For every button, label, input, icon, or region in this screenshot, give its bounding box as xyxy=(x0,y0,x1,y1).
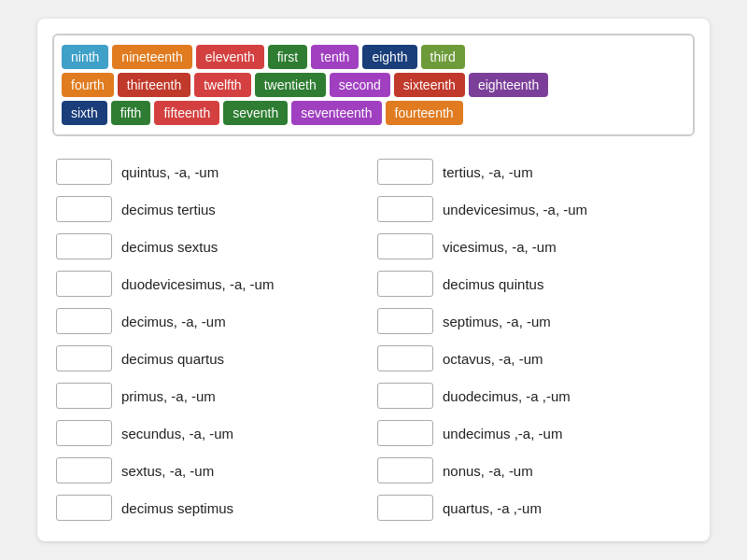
answer-box[interactable] xyxy=(56,383,112,409)
left-match-item: decimus sextus xyxy=(52,228,374,265)
latin-term: octavus, -a, -um xyxy=(443,351,543,367)
left-match-item: decimus septimus xyxy=(52,489,374,526)
right-match-item: vicesimus, -a, -um xyxy=(374,228,695,265)
latin-term: decimus septimus xyxy=(121,500,233,516)
tag-first[interactable]: first xyxy=(268,45,308,69)
left-match-item: decimus, -a, -um xyxy=(52,302,374,340)
tags-row-3: sixthfifthfifteenthseventhseventeenthfou… xyxy=(62,101,685,125)
tag-sixteenth[interactable]: sixteenth xyxy=(394,73,465,97)
left-match-item: quintus, -a, -um xyxy=(52,153,374,190)
answer-box[interactable] xyxy=(377,420,433,446)
tag-ninth[interactable]: ninth xyxy=(62,45,108,69)
latin-term: decimus, -a, -um xyxy=(121,314,226,329)
tag-sixth[interactable]: sixth xyxy=(62,101,107,125)
right-match-item: undecimus ,-a, -um xyxy=(374,414,695,452)
right-match-item: tertius, -a, -um xyxy=(374,153,695,190)
right-match-item: nonus, -a, -um xyxy=(374,452,695,489)
tag-fourteenth[interactable]: fourteenth xyxy=(386,101,463,125)
tag-fourth[interactable]: fourth xyxy=(62,73,114,97)
right-match-item: septimus, -a, -um xyxy=(374,302,695,340)
answer-box[interactable] xyxy=(377,233,433,259)
answer-box[interactable] xyxy=(56,159,112,185)
latin-term: quartus, -a ,-um xyxy=(443,500,542,516)
tags-area: ninthnineteentheleventhfirsttentheightht… xyxy=(52,34,695,136)
answer-box[interactable] xyxy=(56,345,112,371)
tag-eighth[interactable]: eighth xyxy=(362,45,416,69)
answer-box[interactable] xyxy=(377,159,433,185)
latin-term: decimus quintus xyxy=(443,276,543,292)
latin-term: sextus, -a, -um xyxy=(121,463,214,479)
latin-term: duodevicesimus, -a, -um xyxy=(121,276,274,292)
tag-second[interactable]: second xyxy=(330,73,390,97)
answer-box[interactable] xyxy=(56,308,112,334)
main-container: ninthnineteentheleventhfirsttentheightht… xyxy=(37,19,710,541)
answer-box[interactable] xyxy=(377,345,433,371)
latin-term: nonus, -a, -um xyxy=(443,463,533,479)
tags-row-1: ninthnineteentheleventhfirsttentheightht… xyxy=(62,45,685,69)
tag-eleventh[interactable]: eleventh xyxy=(196,45,264,69)
latin-term: secundus, -a, -um xyxy=(121,426,233,441)
left-match-item: decimus tertius xyxy=(52,190,374,228)
answer-box[interactable] xyxy=(377,457,433,483)
right-match-item: quartus, -a ,-um xyxy=(374,489,695,526)
tag-nineteenth[interactable]: nineteenth xyxy=(112,45,191,69)
answer-box[interactable] xyxy=(56,196,112,222)
latin-term: duodecimus, -a ,-um xyxy=(443,388,571,404)
answer-box[interactable] xyxy=(377,383,433,409)
answer-box[interactable] xyxy=(377,308,433,334)
latin-term: vicesimus, -a, -um xyxy=(443,239,557,255)
answer-box[interactable] xyxy=(56,233,112,259)
left-match-item: duodevicesimus, -a, -um xyxy=(52,265,374,302)
answer-box[interactable] xyxy=(377,495,433,521)
tag-tenth[interactable]: tenth xyxy=(311,45,359,69)
right-match-item: octavus, -a, -um xyxy=(374,340,695,377)
answer-box[interactable] xyxy=(377,271,433,297)
answer-box[interactable] xyxy=(56,457,112,483)
answer-box[interactable] xyxy=(56,495,112,521)
latin-term: septimus, -a, -um xyxy=(443,314,551,329)
left-match-item: secundus, -a, -um xyxy=(52,414,374,452)
answer-box[interactable] xyxy=(56,420,112,446)
tag-fifth[interactable]: fifth xyxy=(111,101,151,125)
answer-box[interactable] xyxy=(377,196,433,222)
tag-third[interactable]: third xyxy=(421,45,465,69)
tags-row-2: fourththirteenthtwelfthtwentiethsecondsi… xyxy=(62,73,685,97)
right-match-item: duodecimus, -a ,-um xyxy=(374,377,695,414)
tag-seventeenth[interactable]: seventeenth xyxy=(291,101,381,125)
answer-box[interactable] xyxy=(56,271,112,297)
tag-twelfth[interactable]: twelfth xyxy=(194,73,250,97)
tag-thirteenth[interactable]: thirteenth xyxy=(118,73,190,97)
right-match-item: decimus quintus xyxy=(374,265,695,302)
left-match-item: primus, -a, -um xyxy=(52,377,374,414)
left-match-item: sextus, -a, -um xyxy=(52,452,374,489)
latin-term: undecimus ,-a, -um xyxy=(443,426,562,441)
tag-eighteenth[interactable]: eighteenth xyxy=(469,73,548,97)
latin-term: primus, -a, -um xyxy=(121,388,216,404)
latin-term: tertius, -a, -um xyxy=(443,164,533,180)
right-column: tertius, -a, -umundevicesimus, -a, -umvi… xyxy=(374,153,695,526)
tag-fifteenth[interactable]: fifteenth xyxy=(154,101,219,125)
tag-seventh[interactable]: seventh xyxy=(223,101,288,125)
latin-term: quintus, -a, -um xyxy=(121,164,218,180)
latin-term: decimus quartus xyxy=(121,351,224,367)
latin-term: decimus tertius xyxy=(121,202,216,217)
latin-term: decimus sextus xyxy=(121,239,218,255)
tag-twentieth[interactable]: twentieth xyxy=(255,73,326,97)
left-column: quintus, -a, -umdecimus tertiusdecimus s… xyxy=(52,153,374,526)
latin-term: undevicesimus, -a, -um xyxy=(443,202,587,217)
left-match-item: decimus quartus xyxy=(52,340,374,377)
match-area: quintus, -a, -umdecimus tertiusdecimus s… xyxy=(52,153,695,526)
right-match-item: undevicesimus, -a, -um xyxy=(374,190,695,228)
